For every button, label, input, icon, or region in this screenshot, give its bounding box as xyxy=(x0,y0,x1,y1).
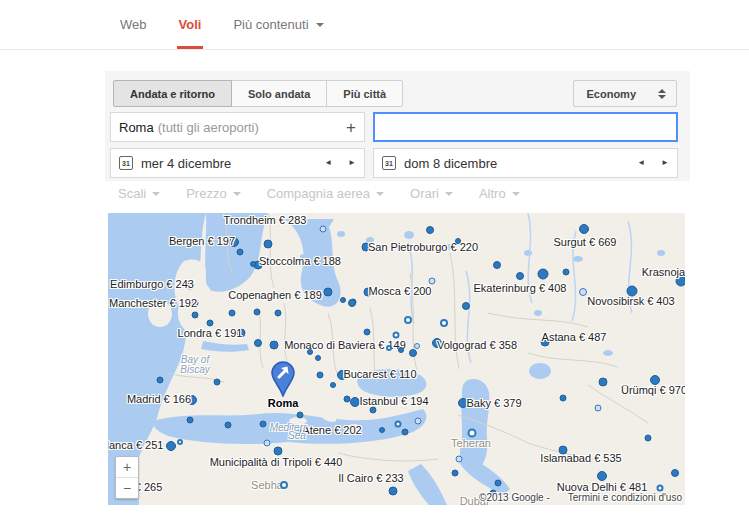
origin-city-text: Roma xyxy=(119,120,154,135)
city-dot[interactable] xyxy=(264,240,273,249)
map-price-label[interactable]: Municipalità di Tripoli € 440 xyxy=(210,456,343,468)
map-dot xyxy=(260,421,267,428)
city-dot[interactable] xyxy=(597,471,607,481)
map-dot xyxy=(393,332,400,339)
tab-web-label: Web xyxy=(120,17,147,32)
map-terms-link[interactable]: Termini e condizioni d'uso xyxy=(568,492,682,503)
map-dot xyxy=(579,288,587,296)
map-dot xyxy=(516,272,524,280)
map-price-label[interactable]: Volgograd € 358 xyxy=(437,339,517,351)
flight-price-map[interactable]: Trondheim € 283Bergen € 197San Pietrobur… xyxy=(108,213,685,505)
map-price-label[interactable]: Trondheim € 283 xyxy=(224,214,307,226)
map-dot xyxy=(264,440,271,447)
tab-piu-contenuti[interactable]: Più contenuti xyxy=(231,0,325,49)
class-stepper-icon xyxy=(658,89,666,99)
destination-input[interactable] xyxy=(373,112,678,142)
map-dot xyxy=(348,299,356,307)
filter-scali[interactable]: Scali xyxy=(118,186,160,201)
filter-compagnia-aerea[interactable]: Compagnia aerea xyxy=(267,186,384,201)
map-price-label[interactable]: Manchester € 192 xyxy=(109,297,197,309)
dropdown-arrow-icon xyxy=(152,192,160,196)
map-price-label[interactable]: Atene € 202 xyxy=(302,424,361,436)
map-price-label[interactable]: San Pietroburgo € 220 xyxy=(368,241,478,253)
city-dot[interactable] xyxy=(389,487,398,496)
zoom-in-button[interactable]: + xyxy=(116,457,138,478)
map-price-label[interactable]: Novosibirsk € 403 xyxy=(587,295,674,307)
origin-airports-text: (tutti gli aeroporti) xyxy=(158,120,259,135)
round-trip-button[interactable]: Andata e ritorno xyxy=(113,80,232,107)
city-dot[interactable] xyxy=(324,288,333,297)
multi-city-button[interactable]: Più città xyxy=(326,80,403,107)
map-dot xyxy=(404,316,412,324)
cabin-class-label: Economy xyxy=(586,88,636,100)
city-dot[interactable] xyxy=(538,269,549,280)
search-panel: Andata e ritorno Solo andata Più città E… xyxy=(105,71,690,181)
map-dot xyxy=(280,481,288,489)
prev-day-icon[interactable]: ◄ xyxy=(637,159,645,167)
depart-date-text: mer 4 dicembre xyxy=(141,156,231,171)
tab-voli-label: Voli xyxy=(179,17,202,32)
city-dot[interactable] xyxy=(166,441,176,451)
map-dot xyxy=(320,226,327,233)
map-price-label[interactable]: Edimburgo € 243 xyxy=(110,278,194,290)
tab-voli[interactable]: Voli xyxy=(177,0,204,49)
map-price-label[interactable]: Mosca € 200 xyxy=(369,285,432,297)
cabin-class-button[interactable]: Economy xyxy=(573,80,677,107)
map-dot xyxy=(429,278,436,285)
map-dot xyxy=(440,319,448,327)
map-dot xyxy=(398,347,404,353)
map-price-label[interactable]: Londra € 191 xyxy=(178,327,243,339)
city-dot[interactable] xyxy=(579,224,589,234)
map-dot xyxy=(187,417,194,424)
add-airport-icon[interactable]: + xyxy=(346,119,356,136)
city-dot[interactable] xyxy=(274,447,283,456)
map-copyright: ©2013 Google - xyxy=(479,492,550,503)
return-date-field[interactable]: 31 dom 8 dicembre ◄ ► xyxy=(373,148,678,178)
map-place-label: Biscay xyxy=(180,364,209,375)
dropdown-arrow-icon xyxy=(233,192,241,196)
city-dot[interactable] xyxy=(270,341,279,350)
tab-web[interactable]: Web xyxy=(118,0,149,49)
map-price-label[interactable]: Krasnojars xyxy=(642,266,685,278)
map-dot xyxy=(386,345,392,351)
map-dot xyxy=(426,226,434,234)
map-dot xyxy=(370,407,377,414)
zoom-out-button[interactable]: − xyxy=(116,478,138,498)
map-price-label[interactable]: Istanbul € 194 xyxy=(359,395,428,407)
filter-altro[interactable]: Altro xyxy=(479,186,520,201)
map-dot xyxy=(671,469,679,477)
map-dot xyxy=(315,355,321,361)
map-dot xyxy=(395,421,402,428)
map-price-label[interactable]: Copenaghen € 189 xyxy=(228,289,322,301)
map-markers: Trondheim € 283Bergen € 197San Pietrobur… xyxy=(108,213,685,505)
map-dot xyxy=(254,339,262,347)
map-price-label[interactable]: Madrid € 166 xyxy=(127,393,191,405)
next-day-icon[interactable]: ► xyxy=(661,159,669,167)
origin-field[interactable]: Roma (tutti gli aeroporti) + xyxy=(110,112,365,142)
map-dot xyxy=(595,405,602,412)
depart-date-field[interactable]: 31 mer 4 dicembre ◄ ► xyxy=(110,148,365,178)
map-price-label[interactable]: Ürümqi € 970 xyxy=(621,384,685,396)
map-price-label[interactable]: Bergen € 197 xyxy=(169,235,235,247)
page: Web Voli Più contenuti Andata e ritorno … xyxy=(0,0,749,520)
prev-day-icon[interactable]: ◄ xyxy=(324,159,332,167)
map-price-label[interactable]: Baky € 379 xyxy=(466,397,521,409)
trip-type-group: Andata e ritorno Solo andata Più città xyxy=(113,80,403,107)
map-dot xyxy=(402,429,409,436)
map-dot xyxy=(237,249,244,256)
map-price-label[interactable]: Stoccolma € 188 xyxy=(259,255,341,267)
one-way-button[interactable]: Solo andata xyxy=(231,80,327,107)
filter-orari[interactable]: Orari xyxy=(410,186,453,201)
map-dot xyxy=(455,238,461,244)
map-dot xyxy=(340,297,346,303)
map-price-label[interactable]: Ekaterinburg € 408 xyxy=(474,282,567,294)
filter-prezzo[interactable]: Prezzo xyxy=(186,186,240,201)
map-price-label[interactable]: Surgut € 669 xyxy=(554,236,617,248)
map-price-label[interactable]: Astana € 487 xyxy=(542,331,607,343)
map-price-label[interactable]: Il Cairo € 233 xyxy=(338,472,403,484)
map-price-label[interactable]: Islamabad € 535 xyxy=(540,452,621,464)
next-day-icon[interactable]: ► xyxy=(348,159,356,167)
map-price-label[interactable]: Bucarest € 110 xyxy=(343,368,416,380)
map-dot xyxy=(192,312,199,319)
map-price-label[interactable]: lanca € 251 xyxy=(108,439,163,451)
